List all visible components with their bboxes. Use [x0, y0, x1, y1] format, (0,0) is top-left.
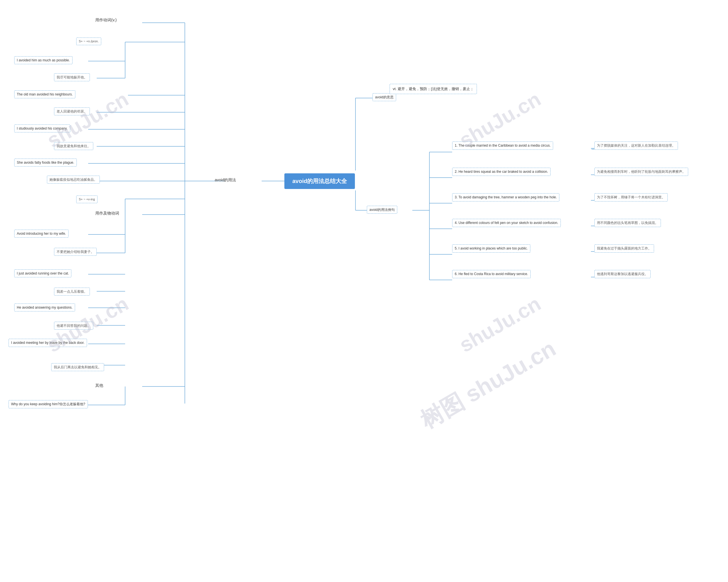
sent6-cn-text: 我差一点儿压着猫。	[57, 289, 87, 294]
branch-usage-label: avoid的用法	[215, 177, 236, 183]
example5-en-text: 5. I avoid working in places which are t…	[455, 246, 528, 250]
example2-en-text: 2. He heard tires squeal as the car brak…	[455, 170, 548, 174]
sent1-en-text: I avoided him as much as possible.	[17, 58, 70, 62]
sent3-cn-box: 我故意避免和他来往。	[54, 142, 93, 150]
example1-cn-box: 为了摆脱媒体的关注，这对新人在加勒比喜结连理。	[594, 141, 678, 150]
sent1-cn-text: 我尽可能地躲开他。	[57, 75, 87, 79]
s-n-pron-text: S+ ~ +n./pron.	[79, 39, 99, 43]
example3-cn-box: 为了不毁坏树，用锤子将一个木栓钉进洞里。	[594, 193, 668, 201]
sent1-en-box: I avoided him as much as possible.	[14, 56, 73, 64]
sent3-en-text: I studiously avoided his company.	[17, 127, 68, 131]
sent5-cn-text: 不要把她介绍给我妻子。	[57, 250, 94, 254]
sent2-en-text: The old man avoided his neighbours.	[17, 92, 73, 96]
watermark-4: shuJu.cn	[455, 292, 545, 357]
sent4-en-box: She avoids fatty foods like the plague.	[14, 159, 77, 167]
sent8-en-text: I avoided meeting her by leave by the ba…	[11, 341, 84, 345]
example4-cn-box: 用不同颜色的毡头笔画草图，以免搞混。	[594, 219, 661, 227]
verb-object-label: 用作及物动词	[95, 211, 119, 216]
sent6-en-text: I just avoided running over the cat.	[17, 271, 69, 275]
example5-cn-text: 我避免在过于抛头露面的地方工作。	[597, 246, 651, 250]
sent2-cn-box: 老人回避他的邻居。	[54, 107, 90, 115]
example1-connector	[0, 0, 728, 582]
s-ving-text: S+ ~ +v-ing	[79, 197, 95, 201]
s-ving-box: S+ ~ +v-ing	[76, 195, 98, 203]
sent8-cn-box: 我从后门离去以避免和她相见。	[51, 363, 104, 371]
branch-meaning-label: avoid的意思	[372, 93, 396, 101]
example5-cn-box: 我避免在过于抛头露面的地方工作。	[594, 244, 654, 253]
example2-cn-text: 为避免相撞而刹车时，他听到了轮胎与地面刺耳的摩擦声。	[597, 170, 686, 174]
sent9-en-box: Why do you keep avoiding him?你怎么老躲着他?	[8, 400, 88, 408]
example3-en-text: 3. To avoid damaging the tree, hammer a …	[455, 195, 557, 199]
example1-en-box: 1. The couple married in the Caribbean t…	[452, 141, 553, 150]
example4-en-text: 4. Use different colours of felt pen on …	[455, 221, 558, 225]
sent7-cn-box: 他避不回答我的问题。	[54, 322, 93, 330]
example6-cn-box: 他逃到哥斯达黎加以逃避服兵役。	[594, 270, 651, 278]
mind-map-canvas: shuJu.cn shuJu.cn shuJu.cn shuJu.cn 树图 s…	[0, 0, 728, 582]
sent6-cn-box: 我差一点儿压着猫。	[54, 287, 90, 296]
example1-cn-text: 为了摆脱媒体的关注，这对新人在加勒比喜结连理。	[597, 143, 675, 147]
example1-en-text: 1. The couple married in the Caribbean t…	[455, 143, 550, 147]
example3-cn-text: 为了不毁坏树，用锤子将一个木栓钉进洞里。	[597, 195, 665, 199]
connector-lines	[0, 0, 728, 582]
verb-v-label: 用作动词(v.)	[95, 18, 116, 23]
example6-cn-text: 他逃到哥斯达黎加以逃避服兵役。	[597, 272, 648, 276]
sent2-cn-text: 老人回避他的邻居。	[57, 109, 87, 113]
other-label: 其他	[95, 383, 103, 388]
example6-en-text: 6. He fled to Costa Rica to avoid milita…	[455, 272, 528, 276]
example5-en-box: 5. I avoid working in places which are t…	[452, 244, 530, 253]
sent3-en-box: I studiously avoided his company.	[14, 124, 70, 133]
sent8-cn-text: 我从后门离去以避免和她相见。	[54, 365, 102, 369]
sent5-en-box: Avoid introducing her to my wife.	[14, 230, 69, 238]
sent8-en-box: I avoided meeting her by leave by the ba…	[8, 339, 87, 347]
sent4-cn-text: 她像躲瘟疫似地忌吃油腻食品。	[50, 177, 97, 182]
s-n-pron-box: S+ ~ +n./pron.	[76, 37, 101, 45]
sent5-cn-box: 不要把她介绍给我妻子。	[54, 248, 97, 256]
sent4-cn-box: 她像躲瘟疫似地忌吃油腻食品。	[47, 176, 100, 184]
sent7-en-text: He avoided answering my questions.	[17, 305, 73, 309]
example4-en-box: 4. Use different colours of felt pen on …	[452, 219, 561, 227]
center-node: avoid的用法总结大全	[284, 173, 355, 189]
sent6-en-box: I just avoided running over the cat.	[14, 269, 71, 277]
sent2-en-box: The old man avoided his neighbours.	[14, 90, 75, 98]
sent9-en-text: Why do you keep avoiding him?你怎么老躲着他?	[11, 402, 85, 406]
sent5-en-text: Avoid introducing her to my wife.	[17, 231, 66, 235]
watermark-5: 树图 shuJu.cn	[415, 334, 562, 436]
meaning-content-text: vt. 避开，避免，预防；[法]使无效，撤销，废止；	[393, 87, 474, 91]
example-connectors	[0, 0, 728, 582]
example4-cn-text: 用不同颜色的毡头笔画草图，以免搞混。	[597, 221, 658, 225]
example2-cn-box: 为避免相撞而刹车时，他听到了轮胎与地面刺耳的摩擦声。	[594, 168, 688, 176]
meaning-content-box: vt. 避开，避免，预防；[法]使无效，撤销，废止；	[390, 84, 477, 94]
example2-en-box: 2. He heard tires squeal as the car brak…	[452, 168, 550, 176]
sent7-cn-text: 他避不回答我的问题。	[57, 324, 91, 328]
sent1-cn-box: 我尽可能地躲开他。	[54, 73, 90, 81]
example6-en-box: 6. He fled to Costa Rica to avoid milita…	[452, 270, 531, 278]
sent3-cn-text: 我故意避免和他来往。	[57, 144, 91, 148]
sent4-en-text: She avoids fatty foods like the plague.	[17, 161, 74, 165]
branch-examples-label: avoid的用法例句	[367, 206, 397, 214]
example3-en-box: 3. To avoid damaging the tree, hammer a …	[452, 193, 560, 201]
sent7-en-box: He avoided answering my questions.	[14, 304, 75, 311]
